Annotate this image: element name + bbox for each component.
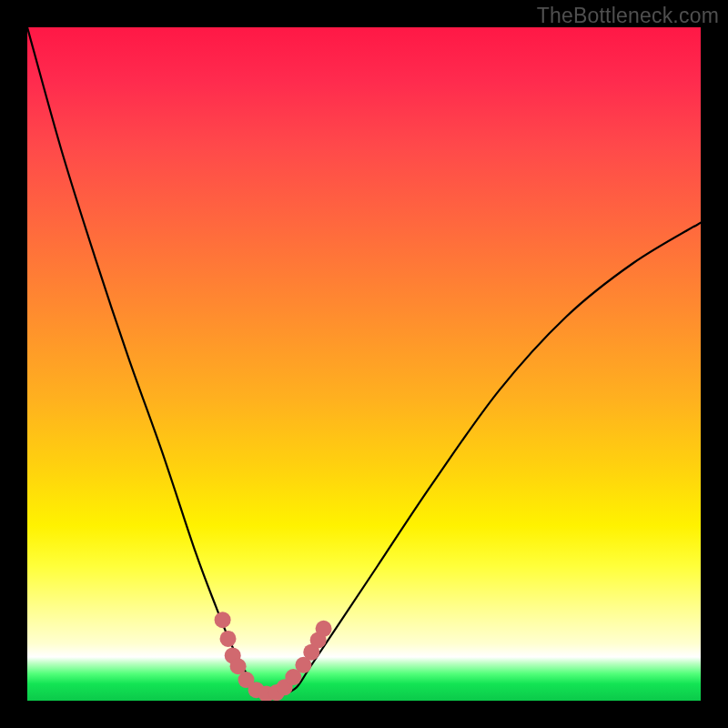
plot-area bbox=[27, 27, 701, 701]
dots-layer bbox=[27, 27, 701, 701]
watermark-text: TheBottleneck.com bbox=[537, 4, 719, 28]
highlight-dot bbox=[316, 621, 332, 637]
highlight-dots bbox=[215, 612, 332, 701]
chart-frame: TheBottleneck.com bbox=[0, 0, 728, 728]
highlight-dot bbox=[215, 612, 231, 628]
highlight-dot bbox=[220, 631, 237, 647]
